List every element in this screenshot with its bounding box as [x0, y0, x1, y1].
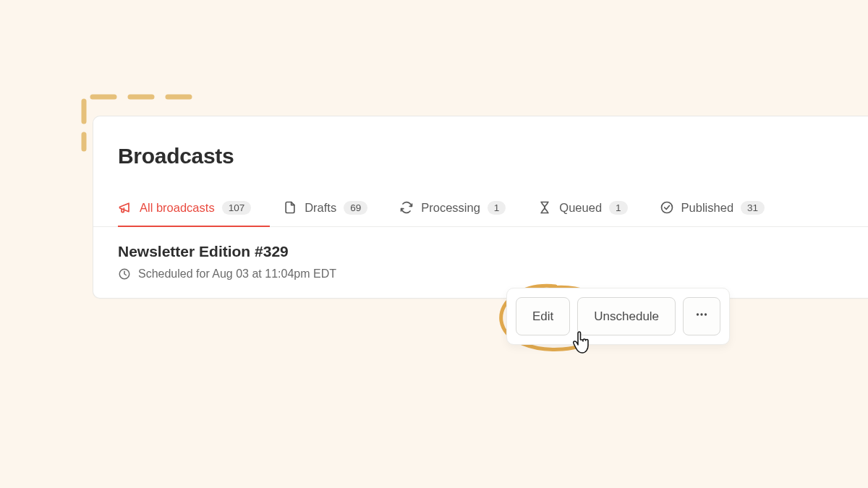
svg-point-3 [700, 313, 702, 315]
tab-count-badge: 107 [222, 201, 252, 215]
unschedule-button[interactable]: Unschedule [577, 297, 676, 335]
refresh-icon [399, 200, 414, 215]
clock-icon [118, 267, 131, 281]
tabs: All broadcasts 107 Drafts 69 [93, 190, 868, 227]
more-horizontal-icon [694, 307, 710, 326]
broadcast-row[interactable]: Newsletter Edition #329 Scheduled for Au… [93, 227, 868, 298]
tab-queued[interactable]: Queued 1 [537, 190, 627, 226]
check-circle-icon [660, 200, 674, 215]
broadcast-title: Newsletter Edition #329 [118, 243, 843, 260]
broadcasts-card: Broadcasts All broadcasts 107 Drafts 69 [93, 116, 868, 299]
file-icon [283, 200, 297, 215]
svg-point-0 [661, 202, 672, 213]
tab-count-badge: 69 [344, 201, 367, 215]
tab-count-badge: 31 [741, 201, 765, 215]
broadcast-meta: Scheduled for Aug 03 at 11:04pm EDT [118, 267, 843, 281]
tab-count-badge: 1 [488, 201, 506, 215]
tab-drafts[interactable]: Drafts 69 [283, 190, 367, 226]
page-title: Broadcasts [118, 144, 843, 168]
svg-point-4 [705, 313, 707, 315]
tab-count-badge: 1 [609, 201, 628, 215]
schedule-text: Scheduled for Aug 03 at 11:04pm EDT [138, 267, 336, 281]
card-header: Broadcasts [93, 116, 868, 168]
row-action-bar: Edit Unschedule [506, 288, 730, 345]
tab-label: Drafts [305, 201, 336, 215]
hourglass-icon [537, 200, 552, 215]
tab-all-broadcasts[interactable]: All broadcasts 107 [118, 190, 251, 226]
svg-point-2 [697, 313, 699, 315]
edit-button[interactable]: Edit [516, 297, 570, 335]
tab-label: Processing [421, 201, 480, 215]
more-actions-button[interactable] [683, 297, 720, 335]
megaphone-icon [118, 200, 132, 215]
tab-label: Published [681, 201, 733, 215]
tab-published[interactable]: Published 31 [660, 190, 765, 226]
tab-processing[interactable]: Processing 1 [399, 190, 506, 226]
tab-label: Queued [559, 201, 602, 215]
tab-label: All broadcasts [140, 201, 215, 215]
